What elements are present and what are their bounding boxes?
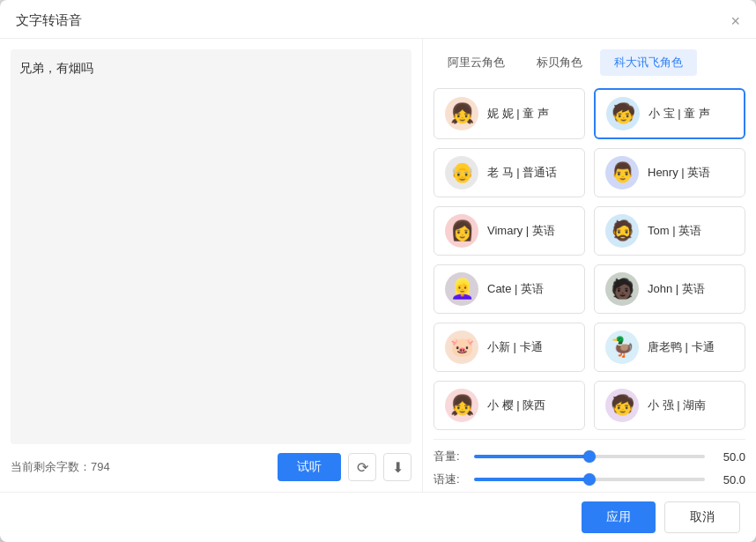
voice-grid: 👧 妮 妮 | 童 声 🧒 小 宝 | 童 声 👴 老 马 | 普通话 bbox=[434, 88, 745, 430]
voice-card-cate[interactable]: 👱‍♀️ Cate | 英语 bbox=[434, 264, 585, 314]
volume-slider[interactable] bbox=[474, 455, 705, 458]
tab-keda[interactable]: 科大讯飞角色 bbox=[600, 49, 697, 76]
voice-avatar-tanglaoya: 🦆 bbox=[605, 330, 639, 364]
voice-label-xiaoying: 小 樱 | 陕西 bbox=[487, 397, 545, 413]
voice-avatar-xiaoxin: 🐷 bbox=[445, 330, 478, 364]
voice-card-laoma[interactable]: 👴 老 马 | 普通话 bbox=[434, 148, 585, 197]
char-count-value: 794 bbox=[91, 460, 110, 473]
modal: 文字转语音 × 兄弟，有烟吗 当前剩余字数：794 试听 ⟳ ⬇ bbox=[0, 0, 756, 542]
voice-label-tom: Tom | 英语 bbox=[648, 223, 701, 239]
voice-label-nini: 妮 妮 | 童 声 bbox=[487, 106, 549, 122]
voice-avatar-laoma: 👴 bbox=[445, 156, 478, 189]
voice-label-henry: Henry | 英语 bbox=[648, 165, 710, 181]
voice-label-xiaobao: 小 宝 | 童 声 bbox=[649, 106, 710, 122]
left-footer: 当前剩余字数：794 试听 ⟳ ⬇ bbox=[11, 453, 411, 481]
voice-card-tom[interactable]: 🧔 Tom | 英语 bbox=[594, 206, 745, 256]
voice-card-xiaoqiang[interactable]: 🧒 小 强 | 湖南 bbox=[594, 381, 745, 430]
voice-card-john[interactable]: 🧑🏿 John | 英语 bbox=[594, 264, 745, 314]
voice-avatar-tom: 🧔 bbox=[605, 214, 639, 248]
modal-title: 文字转语音 bbox=[16, 12, 82, 29]
voice-avatar-john: 🧑🏿 bbox=[605, 272, 639, 306]
voice-card-tanglaoya[interactable]: 🦆 唐老鸭 | 卡通 bbox=[594, 323, 745, 372]
history-button[interactable]: ⟳ bbox=[348, 453, 376, 481]
voice-label-xiaoqiang: 小 强 | 湖南 bbox=[648, 397, 706, 413]
modal-body: 兄弟，有烟吗 当前剩余字数：794 试听 ⟳ ⬇ bbox=[0, 39, 756, 492]
voice-avatar-vimary: 👩 bbox=[445, 214, 478, 248]
right-panel: 阿里云角色 标贝角色 科大讯飞角色 👧 妮 妮 | 童 声 🧒 小 宝 bbox=[423, 39, 756, 492]
voice-avatar-nini: 👧 bbox=[445, 97, 478, 130]
speed-label: 语速: bbox=[434, 471, 465, 487]
left-panel: 兄弟，有烟吗 当前剩余字数：794 试听 ⟳ ⬇ bbox=[0, 39, 423, 492]
volume-value: 50.0 bbox=[714, 450, 745, 464]
modal-footer: 应用 取消 bbox=[0, 492, 756, 542]
voice-card-vimary[interactable]: 👩 Vimary | 英语 bbox=[434, 206, 585, 256]
voice-label-john: John | 英语 bbox=[648, 281, 705, 297]
voice-card-xiaoxin[interactable]: 🐷 小新 | 卡通 bbox=[434, 323, 585, 372]
history-icon: ⟳ bbox=[357, 459, 368, 476]
voice-avatar-henry: 👨 bbox=[605, 156, 639, 189]
slider-section: 音量: 50.0 语速: 50.0 bbox=[434, 439, 745, 492]
preview-button[interactable]: 试听 bbox=[278, 453, 341, 481]
voice-label-laoma: 老 马 | 普通话 bbox=[487, 165, 557, 181]
voice-label-cate: Cate | 英语 bbox=[487, 281, 544, 297]
voice-card-xiaobao[interactable]: 🧒 小 宝 | 童 声 bbox=[594, 88, 745, 139]
voice-label-vimary: Vimary | 英语 bbox=[487, 223, 555, 239]
download-icon: ⬇ bbox=[392, 459, 404, 476]
voice-avatar-xiaoqiang: 🧒 bbox=[605, 389, 639, 422]
volume-label: 音量: bbox=[434, 449, 465, 464]
voice-label-xiaoxin: 小新 | 卡通 bbox=[487, 339, 543, 355]
tab-biaobeijiaose[interactable]: 标贝角色 bbox=[523, 49, 597, 76]
char-count: 当前剩余字数：794 bbox=[11, 459, 110, 475]
voice-label-tanglaoya: 唐老鸭 | 卡通 bbox=[648, 339, 715, 355]
voice-avatar-xiaobao: 🧒 bbox=[606, 97, 640, 130]
speed-value: 50.0 bbox=[714, 473, 745, 486]
tab-aliyun[interactable]: 阿里云角色 bbox=[434, 49, 519, 76]
volume-slider-row: 音量: 50.0 bbox=[434, 449, 745, 464]
download-button[interactable]: ⬇ bbox=[383, 453, 411, 481]
cancel-button[interactable]: 取消 bbox=[664, 501, 740, 533]
speed-slider-row: 语速: 50.0 bbox=[434, 471, 745, 487]
voice-card-nini[interactable]: 👧 妮 妮 | 童 声 bbox=[434, 88, 585, 139]
voice-card-henry[interactable]: 👨 Henry | 英语 bbox=[594, 148, 745, 197]
footer-actions: 试听 ⟳ ⬇ bbox=[278, 453, 411, 481]
modal-header: 文字转语音 × bbox=[0, 0, 756, 39]
char-count-label: 当前剩余字数： bbox=[11, 460, 91, 473]
apply-button[interactable]: 应用 bbox=[582, 501, 656, 533]
voice-avatar-cate: 👱‍♀️ bbox=[445, 272, 478, 306]
voice-avatar-xiaoying: 👧 bbox=[445, 389, 478, 422]
text-input[interactable]: 兄弟，有烟吗 bbox=[11, 49, 411, 444]
speed-slider[interactable] bbox=[474, 478, 705, 481]
tab-bar: 阿里云角色 标贝角色 科大讯飞角色 bbox=[434, 49, 745, 76]
voice-card-xiaoying[interactable]: 👧 小 樱 | 陕西 bbox=[434, 381, 585, 430]
close-button[interactable]: × bbox=[730, 13, 740, 29]
